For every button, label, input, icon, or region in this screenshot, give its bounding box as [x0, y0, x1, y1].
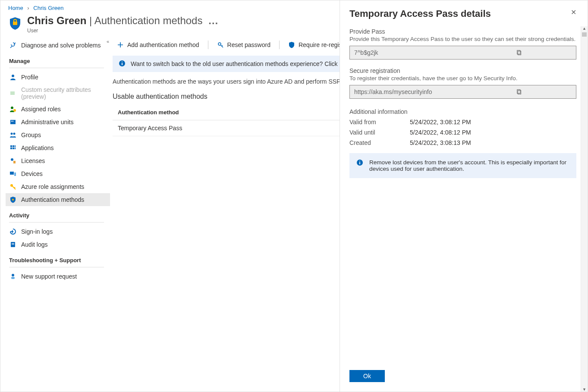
- divider: [9, 267, 104, 267]
- info-banner-text: Want to switch back to the old user auth…: [131, 60, 358, 67]
- svg-rect-13: [10, 147, 12, 149]
- sidebar-item-audit-logs[interactable]: Audit logs: [6, 238, 110, 251]
- page-title-user: Chris Green: [27, 15, 86, 26]
- person-badge-icon: [9, 105, 17, 113]
- people-icon: [9, 131, 17, 139]
- sidebar-item-custom-sec: Custom security attributes (preview): [6, 84, 110, 103]
- scroll-up-icon[interactable]: ▲: [581, 26, 588, 31]
- sidebar-section-troubleshooting: Troubleshooting + Support: [6, 251, 113, 266]
- more-icon[interactable]: …: [208, 15, 219, 26]
- svg-rect-6: [11, 121, 12, 122]
- sidebar-item-label: Sign-in logs: [21, 228, 53, 235]
- sidebar-section-activity: Activity: [6, 206, 113, 221]
- svg-point-30: [122, 62, 123, 63]
- key-icon: [9, 183, 17, 191]
- signin-icon: [9, 228, 17, 235]
- sidebar-item-licenses[interactable]: Licenses: [6, 154, 110, 167]
- kv-key: Valid from: [349, 119, 410, 125]
- secure-reg-desc: To register their credentials, have the …: [349, 75, 576, 82]
- svg-point-4: [13, 109, 16, 112]
- svg-point-16: [11, 158, 13, 161]
- additional-info-label: Additional information: [349, 108, 576, 115]
- svg-rect-24: [12, 244, 14, 245]
- sidebar-item-label: Administrative units: [21, 119, 73, 125]
- pass-value: 7^b$g2jk: [350, 49, 463, 56]
- key-icon: [217, 41, 224, 48]
- secure-url-value: https://aka.ms/mysecurityinfo: [350, 88, 463, 95]
- close-icon[interactable]: ✕: [569, 8, 578, 17]
- sidebar-item-role-assignments[interactable]: Azure role assignments: [6, 180, 110, 193]
- add-auth-method-button[interactable]: Add authentication method: [113, 40, 204, 50]
- page-subtitle: User: [27, 28, 219, 34]
- breadcrumb-user[interactable]: Chris Green: [33, 5, 63, 11]
- svg-point-3: [11, 107, 13, 109]
- sidebar: « Diagnose and solve problems Manage Pro…: [0, 36, 113, 392]
- svg-point-37: [359, 161, 360, 162]
- sidebar-item-groups[interactable]: Groups: [6, 129, 110, 141]
- sidebar-item-label: Authentication methods: [21, 196, 84, 203]
- provide-pass-desc: Provide this Temporary Access Pass to th…: [349, 36, 576, 42]
- page-title: Chris Green | Authentication methods …: [27, 15, 219, 27]
- sidebar-item-label: Assigned roles: [21, 106, 61, 113]
- svg-rect-14: [13, 147, 14, 149]
- sidebar-item-profile[interactable]: Profile: [6, 71, 110, 84]
- svg-rect-29: [122, 63, 123, 65]
- provide-pass-label: Provide Pass: [349, 28, 576, 35]
- reset-password-button[interactable]: Reset password: [213, 40, 275, 50]
- copy-icon[interactable]: [463, 85, 576, 98]
- sidebar-item-auth-methods[interactable]: Authentication methods: [6, 193, 110, 206]
- svg-rect-19: [14, 172, 16, 176]
- sidebar-item-label: Applications: [21, 144, 54, 151]
- sidebar-item-admin-units[interactable]: Administrative units: [6, 116, 110, 129]
- panel-info-text: Remove lost devices from the user's acco…: [369, 159, 569, 172]
- collapse-sidebar-icon[interactable]: «: [107, 39, 109, 44]
- sidebar-item-label: Licenses: [21, 157, 45, 164]
- sidebar-item-diagnose[interactable]: Diagnose and solve problems: [6, 39, 110, 52]
- panel-title: Temporary Access Pass details: [349, 8, 491, 19]
- book-icon: [9, 241, 17, 248]
- scrollbar[interactable]: ▲ ▼: [581, 26, 588, 392]
- svg-rect-0: [13, 22, 17, 25]
- svg-point-9: [13, 133, 16, 135]
- sidebar-item-label: Audit logs: [21, 241, 47, 248]
- shield-icon: [8, 16, 22, 30]
- sidebar-item-applications[interactable]: Applications: [6, 141, 110, 154]
- grid-icon: [9, 144, 17, 152]
- svg-point-21: [12, 199, 14, 201]
- svg-point-8: [11, 133, 13, 135]
- license-icon: [9, 157, 17, 165]
- shield-icon: [288, 41, 295, 48]
- secure-url-field: https://aka.ms/mysecurityinfo: [349, 85, 576, 99]
- divider: [9, 222, 104, 223]
- sidebar-item-label: Custom security attributes (preview): [21, 86, 99, 100]
- kv-created: Created 5/24/2022, 3:08:13 PM: [349, 139, 576, 146]
- copy-icon[interactable]: [463, 46, 576, 59]
- sidebar-item-devices[interactable]: Devices: [6, 167, 110, 180]
- divider: [208, 41, 208, 49]
- sidebar-item-support[interactable]: New support request: [6, 270, 110, 283]
- svg-rect-7: [13, 121, 13, 122]
- svg-rect-23: [12, 243, 14, 244]
- kv-key: Created: [349, 139, 410, 146]
- kv-value: 5/24/2022, 4:08:12 PM: [410, 129, 471, 136]
- scroll-down-icon[interactable]: ▼: [581, 387, 588, 392]
- scroll-thumb[interactable]: [582, 32, 587, 37]
- support-icon: [9, 273, 17, 280]
- sidebar-item-signin-logs[interactable]: Sign-in logs: [6, 225, 110, 238]
- shield-small-icon: [9, 196, 17, 204]
- svg-rect-2: [10, 91, 15, 95]
- kv-valid-until: Valid until 5/24/2022, 4:08:12 PM: [349, 129, 576, 136]
- svg-rect-12: [15, 145, 16, 147]
- svg-rect-15: [15, 147, 16, 149]
- breadcrumb-home[interactable]: Home: [8, 5, 23, 11]
- sidebar-item-assigned-roles[interactable]: Assigned roles: [6, 103, 110, 116]
- sidebar-item-label: Devices: [21, 170, 43, 177]
- devices-icon: [9, 170, 17, 178]
- ok-button[interactable]: Ok: [349, 370, 385, 382]
- toolbar-label: Reset password: [227, 41, 270, 48]
- sidebar-item-label: New support request: [21, 273, 77, 280]
- org-icon: [9, 118, 17, 126]
- person-icon: [9, 73, 17, 81]
- tag-icon: [9, 89, 17, 97]
- svg-rect-18: [10, 172, 14, 175]
